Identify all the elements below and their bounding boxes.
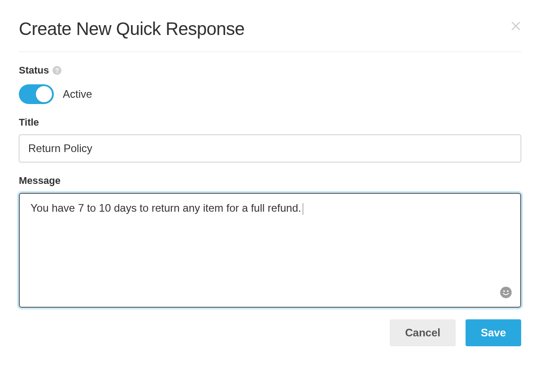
dialog-header: Create New Quick Response <box>19 19 521 52</box>
status-section: Status ? Active <box>19 65 521 104</box>
status-toggle-label: Active <box>63 88 92 100</box>
title-section: Title <box>19 117 521 162</box>
message-wrapper: You have 7 to 10 days to return any item… <box>19 193 521 308</box>
status-label-row: Status ? <box>19 65 521 76</box>
status-label: Status <box>19 65 49 76</box>
title-label: Title <box>19 117 521 128</box>
svg-point-4 <box>507 290 509 292</box>
help-icon[interactable]: ? <box>52 66 61 75</box>
svg-point-2 <box>500 287 512 298</box>
message-section: Message You have 7 to 10 days to return … <box>19 175 521 308</box>
message-textarea[interactable] <box>20 194 520 305</box>
button-row: Cancel Save <box>19 319 521 346</box>
title-input[interactable] <box>19 135 521 162</box>
svg-point-3 <box>503 290 505 292</box>
close-icon[interactable] <box>510 21 521 31</box>
status-toggle-row: Active <box>19 84 521 104</box>
dialog-title: Create New Quick Response <box>19 19 244 39</box>
emoji-icon[interactable] <box>500 286 512 299</box>
save-button[interactable]: Save <box>466 319 521 346</box>
message-label: Message <box>19 175 521 187</box>
status-toggle[interactable] <box>19 84 54 104</box>
toggle-knob <box>36 86 52 102</box>
cancel-button[interactable]: Cancel <box>390 319 456 346</box>
